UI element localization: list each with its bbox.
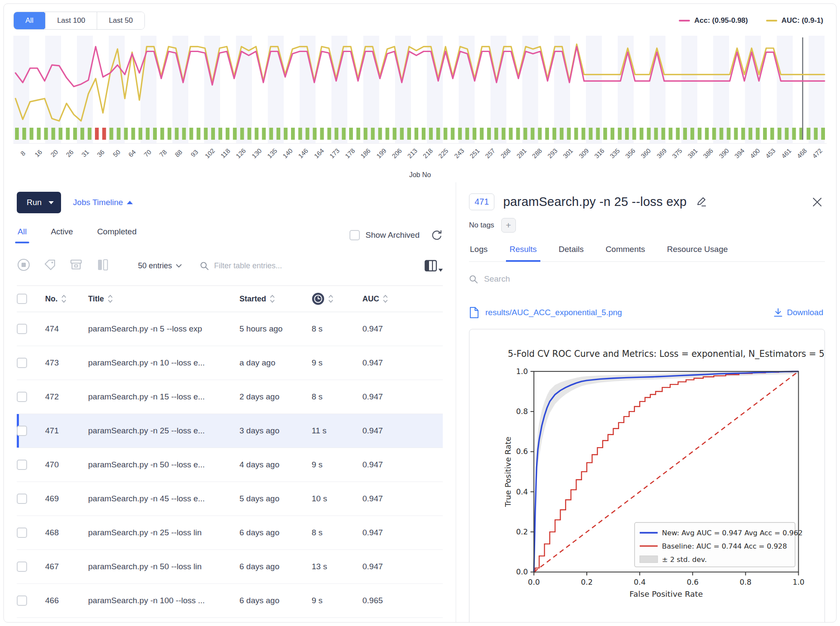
table-row-job-472[interactable]: 472paramSearch.py -n 15 --loss e...2 day… — [17, 380, 443, 414]
sort-icon[interactable] — [270, 294, 275, 304]
job-status-bar[interactable] — [785, 128, 789, 140]
job-status-bar[interactable] — [102, 128, 106, 140]
job-status-bar[interactable] — [451, 128, 455, 140]
range-tab-last-50[interactable]: Last 50 — [97, 12, 144, 29]
job-status-bar[interactable] — [524, 128, 527, 140]
row-checkbox[interactable] — [17, 324, 27, 334]
status-tab-active[interactable]: Active — [50, 227, 74, 243]
refresh-button[interactable] — [431, 229, 443, 241]
results-search-input[interactable] — [483, 274, 657, 284]
job-status-bar[interactable] — [509, 128, 513, 140]
close-icon[interactable] — [812, 197, 822, 207]
job-status-bar[interactable] — [465, 128, 469, 140]
row-checkbox[interactable] — [17, 528, 27, 538]
table-row-job-471[interactable]: 471paramSearch.py -n 25 --loss e...3 day… — [17, 414, 443, 448]
range-tab-all[interactable]: All — [13, 12, 46, 30]
download-button[interactable]: Download — [773, 308, 824, 317]
job-status-bar[interactable] — [327, 128, 331, 140]
job-status-bar[interactable] — [618, 128, 622, 140]
job-status-bar[interactable] — [574, 128, 578, 140]
job-status-bar[interactable] — [414, 128, 418, 140]
job-status-bar[interactable] — [284, 128, 288, 140]
job-status-bar[interactable] — [610, 128, 614, 140]
select-all-checkbox[interactable] — [17, 294, 27, 304]
job-status-bar[interactable] — [204, 128, 208, 140]
row-checkbox[interactable] — [17, 494, 27, 504]
job-status-bar[interactable] — [778, 128, 782, 140]
table-row-job-462[interactable]: 462--6 days ago11 s0.947 — [17, 618, 443, 623]
job-status-bar[interactable] — [88, 128, 92, 140]
job-status-bar[interactable] — [364, 128, 368, 140]
job-status-bar[interactable] — [168, 128, 172, 140]
job-status-bar[interactable] — [560, 128, 564, 140]
job-status-bar[interactable] — [51, 128, 55, 140]
job-status-bar[interactable] — [153, 128, 157, 140]
jobs-metric-chart[interactable] — [13, 36, 827, 144]
stop-icon[interactable] — [17, 258, 31, 273]
job-status-bar[interactable] — [654, 128, 658, 140]
job-status-bar[interactable] — [632, 128, 636, 140]
tab-comments[interactable]: Comments — [605, 245, 646, 261]
job-status-bar[interactable] — [690, 128, 694, 140]
job-status-bar[interactable] — [124, 128, 128, 140]
job-status-bar[interactable] — [748, 128, 752, 140]
table-row-job-469[interactable]: 469paramSearch.py -n 45 --loss e...5 day… — [17, 482, 443, 516]
result-file-link[interactable]: results/AUC_ACC_exponential_5.png — [485, 308, 622, 317]
job-status-bar[interactable] — [821, 128, 825, 140]
job-status-bar[interactable] — [640, 128, 644, 140]
job-status-bar[interactable] — [516, 128, 520, 140]
job-status-bar[interactable] — [538, 128, 542, 140]
status-tab-all[interactable]: All — [17, 227, 28, 243]
job-status-bar[interactable] — [625, 128, 629, 140]
job-status-bar[interactable] — [15, 128, 19, 140]
job-status-bar[interactable] — [741, 128, 745, 140]
job-status-bar[interactable] — [676, 128, 680, 140]
job-status-bar[interactable] — [444, 128, 448, 140]
job-status-bar[interactable] — [313, 128, 317, 140]
job-status-bar[interactable] — [806, 128, 810, 140]
job-status-bar[interactable] — [298, 128, 302, 140]
job-status-bar[interactable] — [160, 128, 164, 140]
job-status-bar[interactable] — [400, 128, 404, 140]
job-status-bar[interactable] — [530, 128, 534, 140]
job-status-bar[interactable] — [582, 128, 586, 140]
job-status-bar[interactable] — [58, 128, 62, 140]
job-status-bar[interactable] — [218, 128, 222, 140]
job-status-bar[interactable] — [66, 128, 70, 140]
job-status-bar[interactable] — [233, 128, 237, 140]
row-checkbox[interactable] — [17, 562, 27, 572]
table-row-job-467[interactable]: 467paramSearch.py -n 50 --loss lin6 days… — [17, 550, 443, 584]
job-status-bar[interactable] — [472, 128, 476, 140]
job-status-bar[interactable] — [342, 128, 346, 140]
job-status-bar[interactable] — [291, 128, 295, 140]
table-row-job-470[interactable]: 470paramSearch.py -n 50 --loss e...4 day… — [17, 448, 443, 482]
archive-icon[interactable] — [69, 258, 83, 273]
job-status-bar[interactable] — [80, 128, 84, 140]
tab-resource-usage[interactable]: Resource Usage — [666, 245, 729, 261]
job-status-bar[interactable] — [814, 128, 818, 140]
job-status-bar[interactable] — [356, 128, 360, 140]
tab-details[interactable]: Details — [558, 245, 585, 261]
job-status-bar[interactable] — [487, 128, 491, 140]
job-status-bar[interactable] — [22, 128, 26, 140]
row-checkbox[interactable] — [17, 460, 27, 470]
sort-icon[interactable] — [328, 294, 334, 304]
job-status-bar[interactable] — [661, 128, 665, 140]
column-settings-icon[interactable] — [424, 260, 443, 272]
job-status-bar[interactable] — [226, 128, 230, 140]
row-checkbox[interactable] — [17, 392, 27, 402]
job-status-bar[interactable] — [436, 128, 440, 140]
job-status-bar[interactable] — [712, 128, 716, 140]
range-tab-last-100[interactable]: Last 100 — [45, 12, 97, 29]
job-status-bar[interactable] — [240, 128, 244, 140]
job-status-bar[interactable] — [545, 128, 549, 140]
job-status-bar[interactable] — [734, 128, 738, 140]
job-status-bar[interactable] — [334, 128, 338, 140]
job-status-bar[interactable] — [95, 128, 99, 140]
job-status-bar[interactable] — [276, 128, 280, 140]
job-status-bar[interactable] — [306, 128, 310, 140]
row-checkbox[interactable] — [17, 595, 27, 606]
job-status-bar[interactable] — [320, 128, 324, 140]
job-status-bar[interactable] — [756, 128, 760, 140]
job-status-bar[interactable] — [727, 128, 731, 140]
